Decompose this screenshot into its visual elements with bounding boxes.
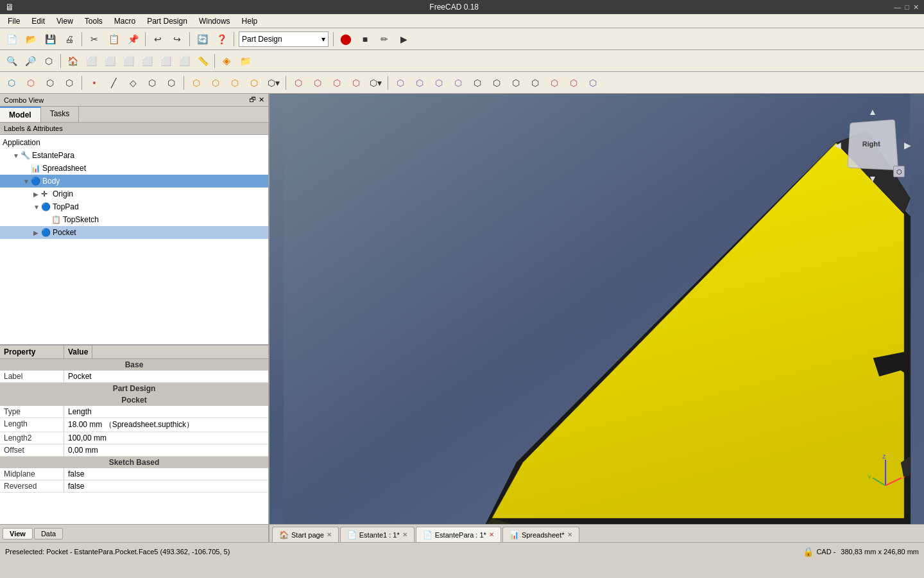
combo-restore-btn[interactable]: 🗗 [249,96,256,104]
pd-migrate[interactable]: ⬡ [584,74,602,92]
save-button[interactable]: 💾 [41,30,59,48]
cube-toggle[interactable]: ⬡ [893,166,905,177]
undo-button[interactable]: ↩ [149,30,167,48]
menu-item-part design[interactable]: Part Design [142,15,193,27]
pd-fillet[interactable]: ⬡ [391,74,409,92]
pd-scaled[interactable]: ⬡ [545,74,563,92]
tab-view[interactable]: View [3,528,33,539]
std-view-right[interactable]: ⬜ [119,52,137,70]
pd-plane[interactable]: ◇ [124,74,142,92]
edit-button[interactable]: ✏ [375,30,393,48]
tab-start-page[interactable]: 🏠 Start page ✕ [272,527,339,542]
menu-item-help[interactable]: Help [237,15,263,27]
pd-shape[interactable]: ⬡ [143,74,161,92]
pd-rev[interactable]: ⬡ [207,74,225,92]
part-btn[interactable]: ◈ [218,52,235,70]
close-button[interactable]: ✕ [913,3,919,12]
pd-more2[interactable]: ⬡▾ [366,74,384,92]
pd-polar[interactable]: ⬡ [507,74,525,92]
tab-data[interactable]: Data [34,528,63,539]
tab-estantepara[interactable]: 📄 EstantePara : 1* ✕ [416,527,501,542]
combo-close-btn[interactable]: ✕ [259,96,264,104]
copy-button[interactable]: 📋 [105,30,123,48]
tree-item-estantepara[interactable]: ▼ 🔧 EstantePara [0,149,268,162]
menu-item-edit[interactable]: Edit [26,15,50,27]
pd-sweep[interactable]: ⬡ [245,74,263,92]
tree-item-origin[interactable]: ▶ ✛ Origin [0,188,268,200]
spreadsheet-close[interactable]: ✕ [567,531,572,538]
menu-item-tools[interactable]: Tools [80,15,108,27]
pd-draft[interactable]: ⬡ [430,74,448,92]
std-view-front[interactable]: ⬜ [82,52,100,70]
redo-button[interactable]: ↪ [168,30,186,48]
tree-item-toppad[interactable]: ▼ 🔵 TopPad [0,200,268,213]
pd-pocket[interactable]: ⬡ [289,74,307,92]
estantepara-close[interactable]: ✕ [489,531,494,538]
pd-linear[interactable]: ⬡ [488,74,506,92]
pd-pad[interactable]: ⬡ [187,74,205,92]
cube-right-arrow[interactable]: ▶ [904,140,911,150]
menu-item-windows[interactable]: Windows [194,15,235,27]
refresh-button[interactable]: 🔄 [193,30,211,48]
tab-estante1[interactable]: 📄 Estante1 : 1* ✕ [340,527,415,542]
menu-item-macro[interactable]: Macro [109,15,141,27]
measure-btn[interactable]: 📏 [194,52,212,70]
3d-viewport[interactable]: ▲ ▼ ◀ ▶ Right ⬡ Z X [270,94,924,524]
pd-sketch[interactable]: ⬡ [22,74,40,92]
print-button[interactable]: 🖨 [60,30,78,48]
std-view-bottom[interactable]: ⬜ [157,52,175,70]
menu-item-view[interactable]: View [51,15,78,27]
std-view-home[interactable]: 🏠 [64,52,81,70]
new-button[interactable]: 📄 [3,30,21,48]
cube-left-arrow[interactable]: ◀ [834,140,841,150]
pd-line[interactable]: ╱ [105,74,123,92]
std-view-top[interactable]: ⬜ [101,52,119,70]
paste-button[interactable]: 📌 [124,30,142,48]
open-button[interactable]: 📂 [22,30,40,48]
tab-spreadsheet[interactable]: 📊 Spreadsheet* ✕ [502,527,579,542]
estante1-close[interactable]: ✕ [402,531,407,538]
tree-item-topsketch[interactable]: 📋 TopSketch [0,213,268,226]
record-button[interactable]: ⬤ [337,30,355,48]
pd-subtr[interactable]: ⬡ [328,74,346,92]
start-page-close[interactable]: ✕ [327,531,332,538]
maximize-button[interactable]: □ [905,3,909,12]
pd-mirrored[interactable]: ⬡ [468,74,486,92]
std-view-left[interactable]: ⬜ [175,52,193,70]
std-view-rear[interactable]: ⬜ [138,52,156,70]
tree-item-spreadsheet[interactable]: 📊 Spreadsheet [0,162,268,175]
tree-item-body[interactable]: ▼ 🔵 Body [0,175,268,188]
nav-cube-face[interactable]: Right [847,119,898,171]
tree-item-pocket[interactable]: ▶ 🔵 Pocket [0,226,268,239]
view-fit-sel[interactable]: 🔎 [21,52,39,70]
play-button[interactable]: ▶ [395,30,413,48]
pd-multitrans[interactable]: ⬡ [526,74,544,92]
pd-attach[interactable]: ⬡ [41,74,59,92]
pd-body2[interactable]: ⬡ [162,74,180,92]
draw-style[interactable]: ⬡ [40,52,58,70]
cut-button[interactable]: ✂ [85,30,103,48]
menu-item-file[interactable]: File [3,15,25,27]
tab-tasks[interactable]: Tasks [41,107,80,122]
pd-point[interactable]: • [85,74,103,92]
pd-clone[interactable]: ⬡ [60,74,78,92]
pd-sweep2[interactable]: ⬡ [347,74,365,92]
view-fit-all[interactable]: 🔍 [3,52,21,70]
pd-more1[interactable]: ⬡▾ [264,74,282,92]
tab-model[interactable]: Model [0,107,41,122]
navigation-cube[interactable]: ▲ ▼ ◀ ▶ Right ⬡ [841,113,905,177]
stop-button[interactable]: ■ [356,30,374,48]
pd-chamfer[interactable]: ⬡ [411,74,429,92]
pd-bool[interactable]: ⬡ [565,74,583,92]
pd-addit[interactable]: ⬡ [226,74,244,92]
cube-up-arrow[interactable]: ▲ [868,107,877,117]
pd-body[interactable]: ⬡ [3,74,21,92]
pd-groove[interactable]: ⬡ [309,74,327,92]
cube-down-arrow[interactable]: ▼ [868,173,877,184]
folder-btn[interactable]: 📁 [236,52,254,70]
pd-thick[interactable]: ⬡ [449,74,467,92]
minimize-button[interactable]: — [894,3,901,12]
help-button[interactable]: ❓ [212,30,230,48]
model-tree[interactable]: Application ▼ 🔧 EstantePara 📊 Spreadshee… [0,135,268,344]
workbench-selector[interactable]: Part Design [239,31,329,47]
